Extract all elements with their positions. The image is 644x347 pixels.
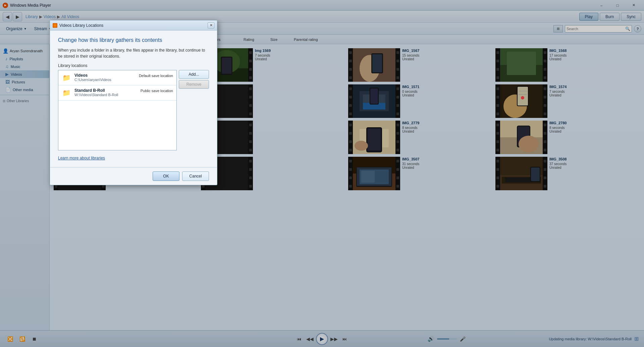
folder-icon-standard-broll: 📁 [62, 88, 71, 97]
location-name-videos: Videos [74, 73, 139, 78]
modal-titlebar: Videos Library Locations ✕ [50, 20, 217, 30]
folder-icon-videos: 📁 [62, 73, 71, 82]
modal-icon [53, 23, 57, 28]
learn-more-link[interactable]: Learn more about libraries [58, 156, 105, 160]
location-path-standard-broll: W:\Videos\Standard B-Roll [74, 93, 141, 97]
location-item-videos[interactable]: 📁 Videos C:\Users\aryan\Videos Default s… [58, 70, 176, 85]
modal-description: When you include a folder in a library, … [58, 47, 209, 59]
locations-box: 📁 Videos C:\Users\aryan\Videos Default s… [58, 70, 177, 150]
location-details-videos: Videos C:\Users\aryan\Videos [74, 73, 139, 82]
modal-sidebar-buttons: Add... Remove [179, 70, 209, 89]
modal-heading: Change how this library gathers its cont… [58, 37, 209, 43]
location-details-standard-broll: Standard B-Roll W:\Videos\Standard B-Rol… [74, 88, 141, 97]
modal-body: Change how this library gathers its cont… [50, 30, 217, 167]
location-item-standard-broll[interactable]: 📁 Standard B-Roll W:\Videos\Standard B-R… [58, 85, 176, 100]
cancel-button[interactable]: Cancel [182, 171, 209, 181]
remove-location-button[interactable]: Remove [179, 80, 209, 89]
location-type-standard-broll: Public save location [141, 88, 173, 93]
modal-footer: OK Cancel [50, 167, 217, 185]
modal-overlay: Videos Library Locations ✕ Change how th… [0, 0, 644, 347]
modal-close-button[interactable]: ✕ [208, 22, 214, 28]
add-location-button[interactable]: Add... [179, 70, 209, 79]
location-type-videos: Default save location [139, 73, 173, 78]
location-path-videos: C:\Users\aryan\Videos [74, 78, 139, 82]
location-name-standard-broll: Standard B-Roll [74, 88, 141, 93]
ok-button[interactable]: OK [153, 171, 179, 181]
modal-section-label: Library locations [58, 63, 209, 68]
modal-dialog: Videos Library Locations ✕ Change how th… [50, 20, 217, 185]
locations-row: 📁 Videos C:\Users\aryan\Videos Default s… [58, 70, 209, 153]
modal-title: Videos Library Locations [59, 23, 103, 28]
